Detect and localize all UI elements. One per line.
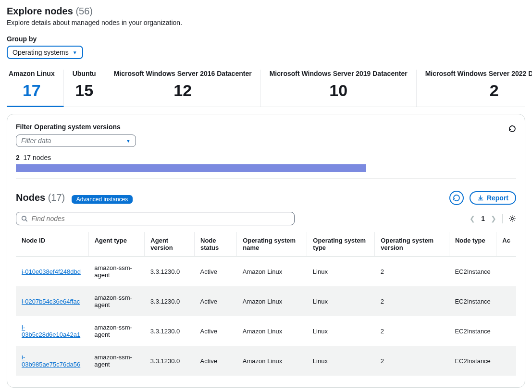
column-header[interactable]: Node type	[449, 232, 496, 257]
table-row: i-03b985ae75c76da56amazon-ssm-agent3.3.1…	[16, 346, 516, 376]
agent-version: 3.3.1230.0	[145, 316, 195, 346]
nodes-title: Nodes (17)	[16, 192, 68, 203]
search-nodes-box[interactable]	[16, 212, 295, 225]
agent-version: 3.3.1230.0	[145, 257, 195, 287]
agent-type: amazon-ssm-agent	[88, 257, 145, 287]
column-header[interactable]: Agent type	[88, 232, 145, 257]
os-name: Amazon Linux	[237, 286, 307, 316]
caret-down-icon: ▼	[126, 138, 131, 144]
title-count: (56)	[75, 6, 93, 16]
tab-value: 17	[9, 81, 55, 100]
summary-text: 2 17 nodes	[16, 154, 516, 161]
prev-page[interactable]: ❮	[470, 215, 475, 222]
tab-microsoft-windows-server-2022-datacenter[interactable]: Microsoft Windows Server 2022 Datacenter…	[417, 70, 532, 107]
tab-value: 15	[73, 81, 96, 100]
next-page[interactable]: ❯	[491, 215, 496, 222]
download-icon	[477, 195, 484, 201]
node-status: Active	[195, 286, 237, 316]
summary-count: 17 nodes	[24, 154, 51, 161]
summary-bar	[16, 164, 516, 172]
tab-ubuntu[interactable]: Ubuntu15	[64, 70, 105, 107]
node-id-link[interactable]: i-010e038ef4f248dbd	[22, 268, 81, 275]
column-header[interactable]: Operating system type	[307, 232, 375, 257]
os-version: 2	[375, 316, 449, 346]
tab-amazon-linux[interactable]: Amazon Linux17	[7, 70, 64, 107]
groupby-value: Operating systems	[12, 49, 69, 56]
nodes-table: Node IDAgent typeAgent versionNode statu…	[16, 232, 516, 376]
report-button[interactable]: Report	[470, 191, 516, 205]
os-type: Linux	[307, 286, 375, 316]
node-status: Active	[195, 316, 237, 346]
agent-type: amazon-ssm-agent	[88, 346, 145, 376]
refresh-icon	[453, 194, 460, 202]
tab-value: 2	[425, 81, 532, 100]
filter-dropdown[interactable]: Filter data ▼	[16, 135, 136, 147]
page-subtitle: Explore details about managed nodes in y…	[7, 19, 525, 26]
tab-label: Microsoft Windows Server 2022 Datacenter	[425, 70, 532, 77]
table-row: i-010e038ef4f248dbdamazon-ssm-agent3.3.1…	[16, 257, 516, 287]
agent-version: 3.3.1230.0	[145, 346, 195, 376]
tab-value: 10	[270, 81, 408, 100]
agent-version: 3.3.1230.0	[145, 286, 195, 316]
node-id-link[interactable]: i-03b985ae75c76da56	[22, 354, 80, 368]
tab-label: Microsoft Windows Server 2019 Datacenter	[270, 70, 408, 77]
summary-version: 2	[16, 154, 20, 161]
title-text: Explore nodes	[7, 6, 73, 16]
node-type: EC2Instance	[449, 286, 496, 316]
node-type: EC2Instance	[449, 346, 496, 376]
node-status: Active	[195, 257, 237, 287]
refresh-icon[interactable]	[508, 125, 516, 133]
node-type: EC2Instance	[449, 316, 496, 346]
column-header[interactable]: Operating system version	[375, 232, 449, 257]
column-header[interactable]: Ac	[496, 232, 516, 257]
os-name: Amazon Linux	[237, 316, 307, 346]
tab-value: 12	[114, 81, 252, 100]
tab-label: Microsoft Windows Server 2016 Datacenter	[114, 70, 252, 77]
os-version: 2	[375, 257, 449, 287]
table-row: i-03b5c28d6e10a42a1amazon-ssm-agent3.3.1…	[16, 316, 516, 346]
groupby-label: Group by	[7, 35, 525, 43]
table-row: i-0207b54c36e64ffacamazon-ssm-agent3.3.1…	[16, 286, 516, 316]
filter-placeholder: Filter data	[21, 137, 51, 145]
caret-down-icon: ▼	[73, 50, 77, 55]
os-version: 2	[375, 346, 449, 376]
search-input[interactable]	[31, 215, 289, 222]
os-version: 2	[375, 286, 449, 316]
tab-label: Ubuntu	[73, 70, 96, 77]
column-header[interactable]: Node status	[195, 232, 237, 257]
os-type: Linux	[307, 346, 375, 376]
node-id-link[interactable]: i-03b5c28d6e10a42a1	[22, 324, 80, 338]
advanced-instances-badge: Advanced instances	[72, 195, 133, 204]
os-name: Amazon Linux	[237, 257, 307, 287]
agent-type: amazon-ssm-agent	[88, 316, 145, 346]
page-title: Explore nodes (56)	[7, 6, 525, 17]
tab-label: Amazon Linux	[9, 70, 55, 77]
tab-microsoft-windows-server-2016-datacenter[interactable]: Microsoft Windows Server 2016 Datacenter…	[105, 70, 261, 107]
filter-title: Filter Operating system versions	[16, 123, 136, 131]
os-name: Amazon Linux	[237, 346, 307, 376]
column-header[interactable]: Agent version	[145, 232, 195, 257]
refresh-button[interactable]	[449, 191, 464, 205]
agent-type: amazon-ssm-agent	[88, 286, 145, 316]
node-status: Active	[195, 346, 237, 376]
groupby-dropdown[interactable]: Operating systems ▼	[7, 46, 83, 59]
node-id-link[interactable]: i-0207b54c36e64ffac	[22, 298, 80, 305]
search-icon	[21, 215, 27, 222]
tab-microsoft-windows-server-2019-datacenter[interactable]: Microsoft Windows Server 2019 Datacenter…	[261, 70, 417, 107]
svg-point-0	[22, 216, 26, 220]
svg-point-1	[511, 218, 513, 220]
os-type: Linux	[307, 316, 375, 346]
current-page: 1	[481, 215, 485, 222]
os-type: Linux	[307, 257, 375, 287]
column-header[interactable]: Node ID	[16, 232, 88, 257]
node-type: EC2Instance	[449, 257, 496, 287]
column-header[interactable]: Operating system name	[237, 232, 307, 257]
settings-icon[interactable]	[508, 215, 516, 222]
